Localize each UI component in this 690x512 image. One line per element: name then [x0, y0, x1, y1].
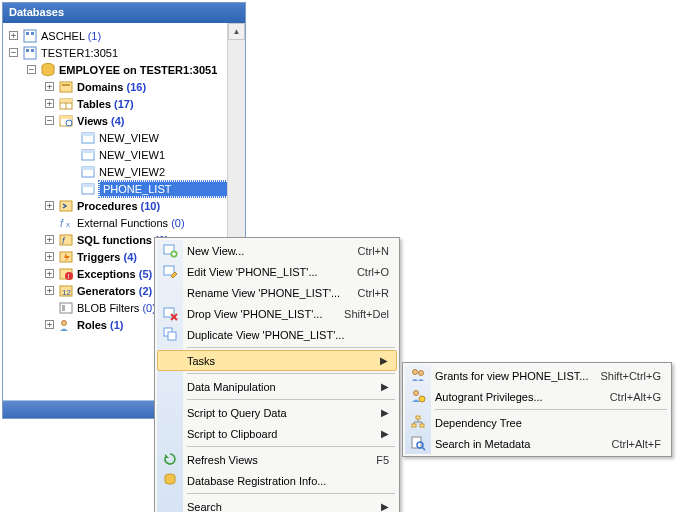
tree-label: External Functions — [77, 217, 168, 229]
view-icon — [80, 181, 96, 197]
scroll-up-icon[interactable]: ▲ — [228, 23, 245, 40]
procedures-icon — [58, 198, 74, 214]
extfunc-icon: fx — [58, 215, 74, 231]
menu-separator — [435, 409, 667, 410]
dbreg-icon — [162, 472, 178, 488]
tree-row-views[interactable]: − Views (4) — [3, 112, 245, 129]
expand-icon[interactable]: + — [45, 252, 54, 261]
collapse-icon[interactable]: − — [9, 48, 18, 57]
grants-icon — [410, 367, 426, 383]
menu-label: Rename View 'PHONE_LIST'... — [187, 287, 358, 299]
tree-row-view3-selected[interactable]: PHONE_LIST — [3, 180, 245, 197]
menu-shortcut: F5 — [376, 454, 389, 466]
expand-icon[interactable]: + — [45, 286, 54, 295]
sqlfunc-icon: f — [58, 232, 74, 248]
tree-row-view2[interactable]: NEW_VIEW2 — [3, 163, 245, 180]
submenu-grants[interactable]: Grants for view PHONE_LIST... Shift+Ctrl… — [405, 365, 669, 386]
menu-shortcut: Ctrl+R — [358, 287, 389, 299]
collapse-icon[interactable]: − — [27, 65, 36, 74]
tree-row-procedures[interactable]: + Procedures (10) — [3, 197, 245, 214]
server-icon — [22, 45, 38, 61]
tree-row-tester[interactable]: − TESTER1:3051 — [3, 44, 245, 61]
tree-row-tables[interactable]: + Tables (17) — [3, 95, 245, 112]
submenu-deptree[interactable]: Dependency Tree — [405, 412, 669, 433]
collapse-icon[interactable]: − — [45, 116, 54, 125]
expand-icon[interactable]: + — [45, 235, 54, 244]
tree-label: Triggers — [77, 251, 120, 263]
svg-text:12: 12 — [62, 288, 71, 297]
context-menu: New View... Ctrl+N Edit View 'PHONE_LIST… — [154, 237, 400, 512]
svg-rect-47 — [168, 332, 176, 340]
menu-label: Edit View 'PHONE_LIST'... — [187, 266, 357, 278]
duplicate-view-icon — [162, 326, 178, 342]
submenu-searchmeta[interactable]: Search in Metadata Ctrl+Alt+F — [405, 433, 669, 454]
expand-icon[interactable]: + — [45, 269, 54, 278]
tree-label: NEW_VIEW — [99, 132, 159, 144]
tree-row-aschel[interactable]: + ASCHEL (1) — [3, 27, 245, 44]
svg-point-50 — [419, 371, 424, 376]
menu-tasks[interactable]: Tasks ▶ — [157, 350, 397, 371]
menu-rename-view[interactable]: Rename View 'PHONE_LIST'... Ctrl+R — [157, 282, 397, 303]
svg-rect-3 — [24, 47, 36, 59]
menu-label: Drop View 'PHONE_LIST'... — [187, 308, 344, 320]
tree-label-selected: PHONE_LIST — [99, 181, 245, 197]
tree-count: (16) — [127, 81, 147, 93]
tree-label: NEW_VIEW2 — [99, 166, 165, 178]
tree-count: (4) — [111, 115, 124, 127]
menu-label: Duplicate View 'PHONE_LIST'... — [187, 329, 389, 341]
svg-rect-53 — [416, 416, 420, 419]
submenu-autogrant[interactable]: Autogrant Privileges... Ctrl+Alt+G — [405, 386, 669, 407]
spacer — [67, 133, 76, 142]
svg-text:f: f — [60, 217, 64, 229]
tree-row-employee[interactable]: − EMPLOYEE on TESTER1:3051 — [3, 61, 245, 78]
tree-label: Roles — [77, 319, 107, 331]
edit-view-icon — [162, 263, 178, 279]
menu-data-manipulation[interactable]: Data Manipulation ▶ — [157, 376, 397, 397]
menu-dbreg[interactable]: Database Registration Info... — [157, 470, 397, 491]
tree-count: (0) — [171, 217, 184, 229]
server-icon — [22, 28, 38, 44]
tree-label: TESTER1:3051 — [41, 47, 118, 59]
tree-row-view0[interactable]: NEW_VIEW — [3, 129, 245, 146]
tree-count: (1) — [88, 30, 101, 42]
menu-edit-view[interactable]: Edit View 'PHONE_LIST'... Ctrl+O — [157, 261, 397, 282]
tree-row-domains[interactable]: + Domains (16) — [3, 78, 245, 95]
tree-row-extfunc[interactable]: fx External Functions (0) — [3, 214, 245, 231]
menu-label: Data Manipulation — [187, 381, 381, 393]
tree-count: (2) — [139, 285, 152, 297]
expand-icon[interactable]: + — [45, 320, 54, 329]
menu-script-clipboard[interactable]: Script to Clipboard ▶ — [157, 423, 397, 444]
tree-row-view1[interactable]: NEW_VIEW1 — [3, 146, 245, 163]
svg-point-51 — [414, 391, 419, 396]
spacer — [45, 218, 54, 227]
expand-icon[interactable]: + — [45, 99, 54, 108]
menu-refresh[interactable]: Refresh Views F5 — [157, 449, 397, 470]
tree-count: (5) — [139, 268, 152, 280]
menu-drop-view[interactable]: Drop View 'PHONE_LIST'... Shift+Del — [157, 303, 397, 324]
refresh-icon — [162, 451, 178, 467]
tree-label: Procedures — [77, 200, 138, 212]
menu-shortcut: Ctrl+O — [357, 266, 389, 278]
menu-separator — [187, 399, 395, 400]
svg-rect-42 — [164, 266, 174, 275]
svg-rect-8 — [62, 84, 70, 86]
autogrant-icon — [410, 388, 426, 404]
menu-separator — [187, 347, 395, 348]
svg-rect-0 — [24, 30, 36, 42]
menu-script-query[interactable]: Script to Query Data ▶ — [157, 402, 397, 423]
view-icon — [80, 164, 96, 180]
menu-label: Database Registration Info... — [187, 475, 389, 487]
tree-label: EMPLOYEE on TESTER1:3051 — [59, 64, 217, 76]
menu-separator — [187, 373, 395, 374]
svg-rect-23 — [82, 184, 94, 187]
svg-rect-17 — [82, 133, 94, 136]
expand-icon[interactable]: + — [45, 201, 54, 210]
menu-shortcut: Shift+Ctrl+G — [600, 370, 661, 382]
svg-text:!: ! — [68, 273, 70, 280]
spacer — [67, 184, 76, 193]
expand-icon[interactable]: + — [45, 82, 54, 91]
menu-duplicate-view[interactable]: Duplicate View 'PHONE_LIST'... — [157, 324, 397, 345]
expand-icon[interactable]: + — [9, 31, 18, 40]
menu-new-view[interactable]: New View... Ctrl+N — [157, 240, 397, 261]
menu-search[interactable]: Search ▶ — [157, 496, 397, 512]
